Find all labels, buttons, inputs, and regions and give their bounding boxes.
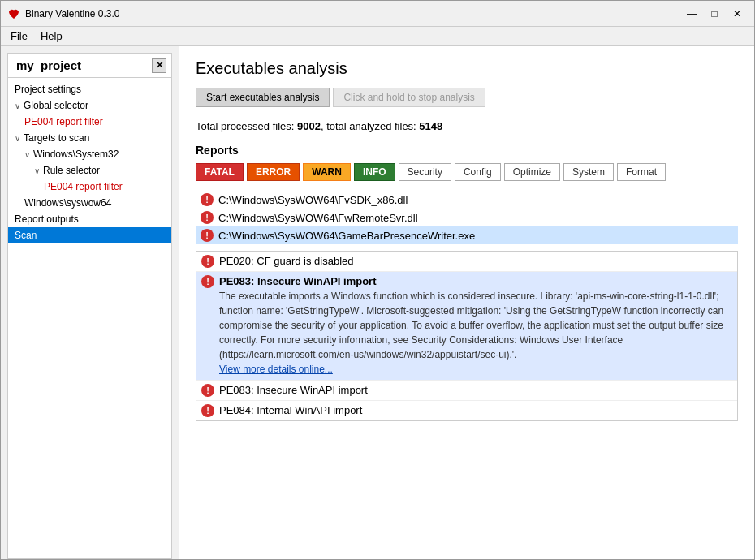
detail-title-4: PE084: Internal WinAPI import bbox=[219, 404, 362, 416]
filter-format[interactable]: Format bbox=[617, 163, 666, 181]
filter-config[interactable]: Config bbox=[455, 163, 501, 181]
file-item-1[interactable]: ! C:\Windows\SysWOW64\FvSDK_x86.dll bbox=[196, 191, 738, 209]
stats-analyzed-label: , total analyzed files: bbox=[321, 120, 419, 132]
stats-processed-label: Total processed files: bbox=[196, 120, 297, 132]
error-icon-2: ! bbox=[201, 211, 214, 224]
rule-selector-label: Rule selector bbox=[43, 165, 100, 176]
project-tab: my_project ✕ bbox=[7, 53, 172, 77]
maximize-button[interactable]: □ bbox=[704, 6, 725, 22]
stats-processed-count: 9002 bbox=[297, 120, 321, 132]
sidebar-nav: Project settings ∨ Global selector PE004… bbox=[7, 77, 172, 559]
close-button[interactable]: ✕ bbox=[727, 6, 748, 22]
filter-system[interactable]: System bbox=[563, 163, 614, 181]
detail-link-2[interactable]: View more details online... bbox=[219, 364, 333, 375]
sidebar: my_project ✕ Project settings ∨ Global s… bbox=[1, 46, 179, 559]
detail-title-2: PE083: Insecure WinAPI import bbox=[219, 275, 732, 287]
error-icon-d4: ! bbox=[201, 404, 214, 417]
detail-item-3[interactable]: ! PE083: Insecure WinAPI import bbox=[196, 381, 737, 401]
report-outputs-label: Report outputs bbox=[15, 213, 79, 225]
indent-2: ∨ bbox=[34, 165, 40, 176]
detail-panel: ! PE020: CF guard is disabled ! PE083: I… bbox=[196, 251, 738, 421]
file-item-3[interactable]: ! C:\Windows\SysWOW64\GameBarPresenceWri… bbox=[196, 226, 738, 244]
stop-analysis-button[interactable]: Click and hold to stop analysis bbox=[333, 88, 485, 107]
filter-info[interactable]: INFO bbox=[354, 163, 395, 181]
content-inner: Executables analysis Start executables a… bbox=[179, 46, 754, 559]
indent-syswow64: Windows\syswow64 bbox=[24, 197, 111, 209]
sidebar-item-windows-syswow64[interactable]: Windows\syswow64 bbox=[8, 195, 171, 211]
chevron-down-icon-4: ∨ bbox=[34, 166, 40, 175]
window-controls: — □ ✕ bbox=[681, 6, 748, 22]
detail-item-1[interactable]: ! PE020: CF guard is disabled bbox=[196, 252, 737, 272]
chevron-down-icon-3: ∨ bbox=[24, 150, 30, 159]
detail-content-3: PE083: Insecure WinAPI import bbox=[219, 384, 368, 396]
main-area: my_project ✕ Project settings ∨ Global s… bbox=[1, 46, 754, 559]
sidebar-item-pe004-filter-1[interactable]: PE004 report filter bbox=[8, 114, 171, 130]
main-window: Binary Valentine 0.3.0 — □ ✕ File Help m… bbox=[0, 0, 755, 560]
file-path-2: C:\Windows\SysWOW64\FwRemoteSvr.dll bbox=[218, 212, 418, 224]
detail-content-4: PE084: Internal WinAPI import bbox=[219, 404, 362, 416]
error-icon-3: ! bbox=[201, 229, 214, 242]
detail-content-2: PE083: Insecure WinAPI import The execut… bbox=[219, 275, 732, 377]
filter-security[interactable]: Security bbox=[399, 163, 451, 181]
sidebar-item-global-selector[interactable]: ∨ Global selector bbox=[8, 97, 171, 114]
filter-error[interactable]: ERROR bbox=[247, 163, 300, 181]
project-settings-label: Project settings bbox=[15, 84, 81, 95]
detail-item-4[interactable]: ! PE084: Internal WinAPI import bbox=[196, 401, 737, 420]
sidebar-item-project-settings[interactable]: Project settings bbox=[8, 81, 171, 97]
stats-line: Total processed files: 9002, total analy… bbox=[196, 120, 738, 132]
sidebar-item-report-outputs[interactable]: Report outputs bbox=[8, 211, 171, 227]
detail-title-1: PE020: CF guard is disabled bbox=[219, 255, 353, 267]
start-analysis-button[interactable]: Start executables analysis bbox=[196, 88, 330, 107]
project-close-button[interactable]: ✕ bbox=[152, 58, 166, 73]
app-icon bbox=[7, 7, 20, 20]
content-area: Executables analysis Start executables a… bbox=[179, 46, 754, 559]
title-bar: Binary Valentine 0.3.0 — □ ✕ bbox=[1, 1, 754, 27]
stats-analyzed-count: 5148 bbox=[419, 120, 442, 132]
sidebar-item-targets-to-scan[interactable]: ∨ Targets to scan bbox=[8, 130, 171, 146]
detail-item-2[interactable]: ! PE083: Insecure WinAPI import The exec… bbox=[196, 272, 737, 381]
detail-title-3: PE083: Insecure WinAPI import bbox=[219, 384, 368, 396]
sidebar-item-pe004-filter-2[interactable]: PE004 report filter bbox=[8, 179, 171, 195]
filter-optimize[interactable]: Optimize bbox=[504, 163, 560, 181]
windows-system32-label: Windows\System32 bbox=[33, 149, 119, 160]
page-title: Executables analysis bbox=[196, 59, 738, 78]
filter-buttons: FATAL ERROR WARN INFO Security Config Op… bbox=[196, 163, 738, 181]
menu-help[interactable]: Help bbox=[34, 28, 69, 44]
sidebar-item-rule-selector[interactable]: ∨ Rule selector bbox=[8, 162, 171, 179]
menu-file[interactable]: File bbox=[4, 28, 34, 44]
error-icon-d3: ! bbox=[201, 384, 214, 397]
error-icon-d1: ! bbox=[201, 255, 214, 268]
pe004-filter-1-label: PE004 report filter bbox=[24, 116, 103, 127]
chevron-down-icon: ∨ bbox=[15, 101, 20, 110]
detail-content-1: PE020: CF guard is disabled bbox=[219, 255, 353, 267]
file-path-3: C:\Windows\SysWOW64\GameBarPresenceWrite… bbox=[218, 230, 475, 242]
indent-3: PE004 report filter bbox=[44, 181, 123, 192]
chevron-down-icon-2: ∨ bbox=[15, 134, 20, 143]
global-selector-label: Global selector bbox=[24, 100, 88, 111]
menu-bar: File Help bbox=[1, 27, 754, 46]
filter-warn[interactable]: WARN bbox=[303, 163, 351, 181]
app-title: Binary Valentine 0.3.0 bbox=[25, 8, 681, 19]
minimize-button[interactable]: — bbox=[681, 6, 702, 22]
error-icon-d2: ! bbox=[201, 275, 214, 288]
sidebar-item-windows-system32[interactable]: ∨ Windows\System32 bbox=[8, 146, 171, 162]
file-item-2[interactable]: ! C:\Windows\SysWOW64\FwRemoteSvr.dll bbox=[196, 209, 738, 226]
file-list: ! C:\Windows\SysWOW64\FvSDK_x86.dll ! C:… bbox=[196, 191, 738, 244]
detail-body-2: The executable imports a Windows functio… bbox=[219, 289, 732, 377]
targets-to-scan-label: Targets to scan bbox=[24, 132, 89, 144]
indent-1: ∨ bbox=[24, 149, 30, 160]
filter-fatal[interactable]: FATAL bbox=[196, 163, 244, 181]
file-path-1: C:\Windows\SysWOW64\FvSDK_x86.dll bbox=[218, 194, 408, 206]
sidebar-item-scan[interactable]: Scan bbox=[8, 227, 171, 243]
reports-title: Reports bbox=[196, 144, 738, 157]
project-name: my_project bbox=[16, 58, 81, 72]
scan-label: Scan bbox=[15, 230, 37, 241]
analysis-buttons: Start executables analysis Click and hol… bbox=[196, 88, 738, 107]
error-icon-1: ! bbox=[201, 193, 214, 206]
